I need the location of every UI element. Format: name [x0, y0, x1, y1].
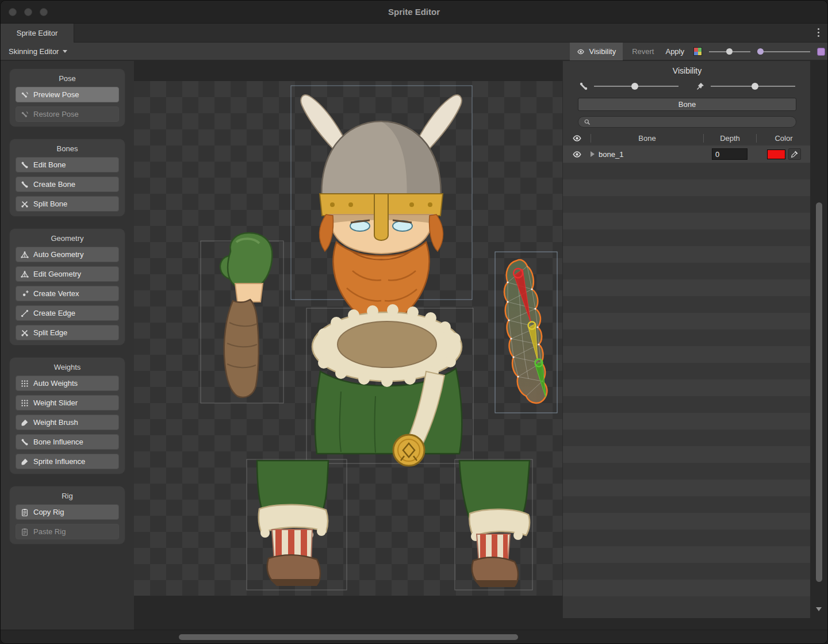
- tab-bar: Sprite Editor: [1, 24, 827, 43]
- sprite-art: [134, 81, 562, 596]
- hair-right: [430, 214, 443, 251]
- visibility-toggle-label: Visibility: [589, 47, 616, 56]
- section-bones: Bones Edit Bone Create Bone Split Bone: [9, 139, 125, 217]
- weight-slider-button[interactable]: Weight Slider: [16, 395, 119, 411]
- split-bone-icon: [21, 200, 29, 208]
- bone-opacity-track[interactable]: [594, 86, 678, 87]
- edit-geometry-button[interactable]: Edit Geometry: [16, 266, 119, 282]
- window-title: Sprite Editor: [388, 7, 440, 17]
- create-vertex-label: Create Vertex: [33, 289, 79, 298]
- auto-weights-icon: [21, 379, 29, 388]
- edit-bone-button[interactable]: Edit Bone: [16, 157, 119, 172]
- revert-button[interactable]: Revert: [630, 47, 656, 56]
- edit-geometry-label: Edit Geometry: [33, 270, 81, 278]
- sprite-torso[interactable]: [312, 304, 462, 466]
- bone-color-swatch[interactable]: [767, 150, 785, 159]
- search-input[interactable]: [594, 118, 791, 126]
- split-edge-label: Split Edge: [33, 328, 67, 337]
- mesh-opacity-knob[interactable]: [752, 83, 758, 90]
- sprite-canvas[interactable]: [134, 61, 562, 630]
- bone-visibility-toggle-icon[interactable]: [572, 150, 582, 159]
- kebab-menu-icon[interactable]: [818, 28, 819, 37]
- bone-name: bone_1: [599, 150, 623, 159]
- sprite-sheet-icon[interactable]: [817, 48, 825, 56]
- sprite-influence-button[interactable]: Sprite Influence: [16, 454, 119, 469]
- brightness-slider[interactable]: [709, 51, 750, 52]
- sprite-right-leg[interactable]: [459, 461, 530, 587]
- right-boot-sole: [474, 580, 517, 587]
- preview-pose-button[interactable]: Preview Pose: [16, 87, 119, 102]
- tab-sprite-editor[interactable]: Sprite Editor: [1, 24, 74, 43]
- zoom-window-button[interactable]: [40, 8, 48, 16]
- restore-pose-button[interactable]: Restore Pose: [16, 106, 119, 122]
- depth-input[interactable]: [712, 148, 747, 160]
- search-icon: [584, 118, 591, 125]
- eyedropper-button[interactable]: [788, 148, 801, 160]
- split-edge-icon: [21, 329, 29, 337]
- bone-table-row[interactable]: bone_1: [563, 145, 811, 163]
- close-window-button[interactable]: [9, 8, 17, 16]
- horizontal-scrollbar-thumb[interactable]: [179, 634, 518, 640]
- preview-pose-icon: [21, 91, 29, 99]
- section-bones-title: Bones: [13, 144, 122, 153]
- create-bone-button[interactable]: Create Bone: [16, 177, 119, 192]
- copy-rig-label: Copy Rig: [33, 508, 64, 516]
- mesh-opacity-slider[interactable]: [696, 82, 795, 91]
- bone-table-empty-rows: [563, 163, 811, 596]
- vertical-scrollbar[interactable]: [810, 61, 827, 618]
- create-edge-label: Create Edge: [33, 309, 75, 317]
- paste-rig-button[interactable]: Paste Rig: [16, 524, 119, 539]
- visibility-panel-footer: [563, 596, 811, 618]
- copy-rig-button[interactable]: Copy Rig: [16, 504, 119, 520]
- sprite-head[interactable]: [301, 95, 462, 328]
- sprite-rigged-arm[interactable]: [504, 260, 547, 403]
- paste-rig-label: Paste Rig: [33, 527, 66, 536]
- horizontal-scrollbar[interactable]: [1, 630, 827, 643]
- auto-geometry-label: Auto Geometry: [33, 250, 83, 259]
- sleeve: [224, 300, 259, 397]
- auto-weights-button[interactable]: Auto Weights: [16, 375, 119, 391]
- create-vertex-icon: [21, 290, 29, 298]
- expander-icon[interactable]: [591, 151, 595, 157]
- opacity-slider[interactable]: [757, 51, 810, 52]
- brightness-slider-knob[interactable]: [726, 48, 733, 55]
- bone-opacity-knob[interactable]: [631, 83, 638, 90]
- tab-bone[interactable]: Bone: [578, 98, 796, 111]
- chest: [338, 321, 436, 367]
- mesh-opacity-track[interactable]: [711, 86, 795, 87]
- bone-opacity-icon: [579, 82, 588, 91]
- split-bone-label: Split Bone: [33, 200, 67, 208]
- mitten: [228, 233, 272, 289]
- color-grid-icon[interactable]: [693, 47, 702, 56]
- restore-pose-icon: [21, 110, 29, 118]
- split-edge-button[interactable]: Split Edge: [16, 325, 119, 340]
- edit-bone-icon: [21, 161, 29, 169]
- opacity-slider-knob[interactable]: [757, 48, 764, 55]
- auto-geometry-button[interactable]: Auto Geometry: [16, 247, 119, 262]
- weight-brush-icon: [21, 419, 29, 427]
- chevron-down-icon: [63, 50, 67, 53]
- bone-influence-button[interactable]: Bone Influence: [16, 434, 119, 450]
- vertical-scrollbar-thumb[interactable]: [816, 202, 822, 582]
- create-vertex-button[interactable]: Create Vertex: [16, 286, 119, 301]
- bone-opacity-slider[interactable]: [579, 82, 678, 91]
- visibility-toggle-button[interactable]: Visibility: [570, 43, 623, 60]
- create-edge-button[interactable]: Create Edge: [16, 305, 119, 321]
- skinning-editor-label: Skinning Editor: [9, 47, 59, 56]
- minimize-window-button[interactable]: [24, 8, 32, 16]
- sprite-mitten-arm[interactable]: [220, 233, 272, 397]
- eye-icon: [577, 48, 585, 56]
- weight-brush-button[interactable]: Weight Brush: [16, 415, 119, 430]
- search-field[interactable]: [578, 116, 796, 128]
- left-pant-fur: [259, 505, 328, 533]
- create-edge-icon: [21, 309, 29, 317]
- header-visibility-column: [563, 133, 591, 143]
- sprite-left-leg[interactable]: [257, 461, 328, 586]
- skinning-editor-dropdown[interactable]: Skinning Editor: [5, 43, 71, 60]
- scroll-down-arrow-icon[interactable]: [816, 607, 822, 611]
- section-weights-title: Weights: [13, 363, 122, 371]
- copy-rig-icon: [21, 508, 29, 516]
- split-bone-button[interactable]: Split Bone: [16, 196, 119, 212]
- edit-bone-label: Edit Bone: [33, 160, 66, 169]
- apply-button[interactable]: Apply: [663, 47, 687, 56]
